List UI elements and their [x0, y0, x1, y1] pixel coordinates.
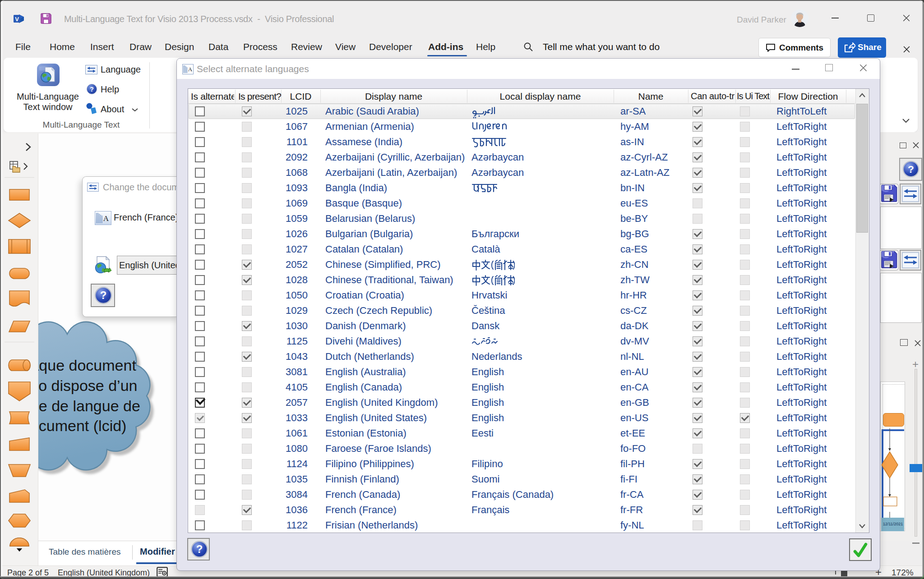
svg-text:?: ? — [90, 86, 94, 93]
svg-text:?: ? — [196, 543, 203, 555]
svg-text:A: A — [188, 66, 193, 73]
svg-text:?: ? — [908, 163, 914, 175]
svg-text:A: A — [103, 214, 109, 223]
svg-text:V: V — [15, 16, 19, 23]
svg-text:?: ? — [100, 289, 107, 301]
